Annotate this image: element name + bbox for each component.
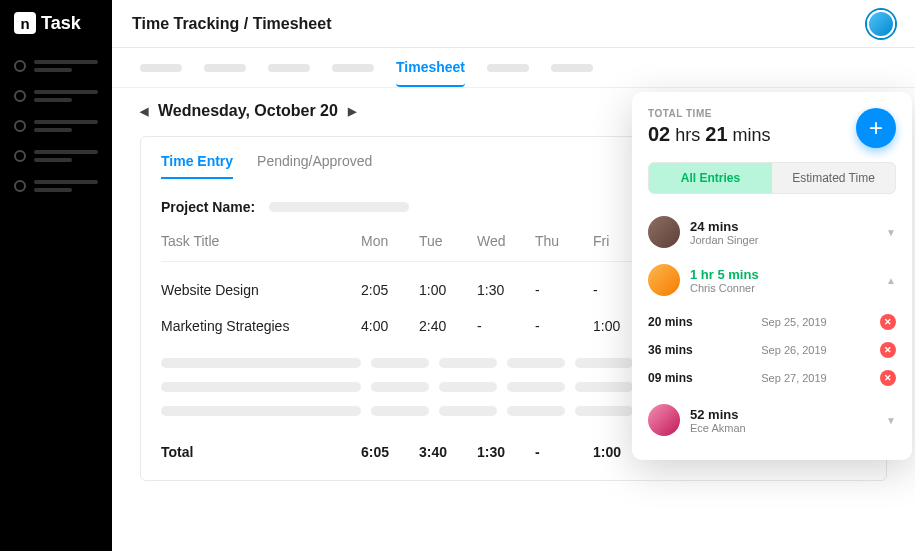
person-avatar bbox=[648, 404, 680, 436]
user-avatar[interactable] bbox=[867, 10, 895, 38]
cell[interactable]: - bbox=[477, 312, 535, 340]
sidebar-item[interactable] bbox=[14, 180, 98, 192]
placeholder bbox=[161, 406, 361, 416]
sidebar-item[interactable] bbox=[14, 150, 98, 162]
task-title: Marketing Strategies bbox=[161, 312, 361, 340]
placeholder bbox=[161, 382, 361, 392]
logo-icon: n bbox=[14, 12, 36, 34]
col-mon: Mon bbox=[361, 233, 419, 255]
col-thu: Thu bbox=[535, 233, 593, 255]
person-time: 52 mins bbox=[690, 407, 876, 422]
chevron-down-icon[interactable]: ▼ bbox=[886, 227, 896, 238]
current-date: Wednesday, October 20 bbox=[158, 102, 338, 120]
header: Time Tracking / Timesheet bbox=[112, 0, 915, 48]
breadcrumb-placeholder[interactable] bbox=[487, 64, 529, 72]
entry-date: Sep 27, 2019 bbox=[761, 372, 826, 384]
sidebar-item[interactable] bbox=[14, 90, 98, 102]
person-name: Chris Conner bbox=[690, 282, 876, 294]
cell[interactable]: 2:05 bbox=[361, 276, 419, 304]
entry-segment: All Entries Estimated Time bbox=[648, 162, 896, 194]
cell[interactable]: - bbox=[535, 312, 593, 340]
col-tue: Tue bbox=[419, 233, 477, 255]
time-entry-row: 09 mins Sep 27, 2019 ✕ bbox=[648, 364, 896, 392]
totals-mon: 6:05 bbox=[361, 444, 419, 460]
cell[interactable]: 4:00 bbox=[361, 312, 419, 340]
col-task: Task Title bbox=[161, 233, 361, 255]
page-title: Time Tracking / Timesheet bbox=[132, 15, 332, 33]
cell[interactable]: - bbox=[535, 276, 593, 304]
sidebar: n Task bbox=[0, 0, 112, 551]
person-row[interactable]: 24 mins Jordan Singer ▼ bbox=[648, 208, 896, 256]
add-entry-button[interactable]: + bbox=[856, 108, 896, 148]
cell[interactable]: 1:30 bbox=[477, 276, 535, 304]
breadcrumb-placeholder[interactable] bbox=[204, 64, 246, 72]
person-avatar bbox=[648, 216, 680, 248]
totals-wed: 1:30 bbox=[477, 444, 535, 460]
entry-time: 20 mins bbox=[648, 315, 708, 329]
person-entries: 20 mins Sep 25, 2019 ✕ 36 mins Sep 26, 2… bbox=[648, 304, 896, 396]
person-time: 1 hr 5 mins bbox=[690, 267, 876, 282]
prev-day-icon[interactable]: ◀ bbox=[140, 105, 148, 118]
entry-time: 09 mins bbox=[648, 371, 708, 385]
breadcrumb-placeholder[interactable] bbox=[332, 64, 374, 72]
breadcrumb-tabs: Timesheet bbox=[112, 48, 915, 88]
totals-thu: - bbox=[535, 444, 593, 460]
chevron-up-icon[interactable]: ▲ bbox=[886, 275, 896, 286]
seg-all-entries[interactable]: All Entries bbox=[649, 163, 772, 193]
entry-date: Sep 25, 2019 bbox=[761, 316, 826, 328]
delete-entry-icon[interactable]: ✕ bbox=[880, 342, 896, 358]
breadcrumb-placeholder[interactable] bbox=[268, 64, 310, 72]
delete-entry-icon[interactable]: ✕ bbox=[880, 314, 896, 330]
time-entry-row: 20 mins Sep 25, 2019 ✕ bbox=[648, 308, 896, 336]
total-time-label: TOTAL TIME bbox=[648, 108, 771, 119]
cell[interactable]: 2:40 bbox=[419, 312, 477, 340]
project-name-label: Project Name: bbox=[161, 199, 255, 215]
breadcrumb-placeholder[interactable] bbox=[551, 64, 593, 72]
time-entry-row: 36 mins Sep 26, 2019 ✕ bbox=[648, 336, 896, 364]
person-avatar bbox=[648, 264, 680, 296]
totals-tue: 3:40 bbox=[419, 444, 477, 460]
entry-date: Sep 26, 2019 bbox=[761, 344, 826, 356]
person-name: Jordan Singer bbox=[690, 234, 876, 246]
cell[interactable]: 1:00 bbox=[419, 276, 477, 304]
project-name-placeholder bbox=[269, 202, 409, 212]
brand-name: Task bbox=[41, 13, 81, 34]
sidebar-item[interactable] bbox=[14, 120, 98, 132]
totals-label: Total bbox=[161, 444, 361, 460]
total-time-popup: TOTAL TIME 02 hrs 21 mins + All Entries … bbox=[632, 92, 912, 460]
total-time-value: 02 hrs 21 mins bbox=[648, 123, 771, 146]
person-time: 24 mins bbox=[690, 219, 876, 234]
tab-pending-approved[interactable]: Pending/Approved bbox=[257, 153, 372, 179]
breadcrumb-placeholder[interactable] bbox=[140, 64, 182, 72]
seg-estimated[interactable]: Estimated Time bbox=[772, 163, 895, 193]
sidebar-item[interactable] bbox=[14, 60, 98, 72]
chevron-down-icon[interactable]: ▼ bbox=[886, 415, 896, 426]
entry-time: 36 mins bbox=[648, 343, 708, 357]
breadcrumb-timesheet[interactable]: Timesheet bbox=[396, 59, 465, 87]
person-name: Ece Akman bbox=[690, 422, 876, 434]
person-row[interactable]: 52 mins Ece Akman ▼ bbox=[648, 396, 896, 444]
task-title: Website Design bbox=[161, 276, 361, 304]
tab-time-entry[interactable]: Time Entry bbox=[161, 153, 233, 179]
col-wed: Wed bbox=[477, 233, 535, 255]
next-day-icon[interactable]: ▶ bbox=[348, 105, 356, 118]
delete-entry-icon[interactable]: ✕ bbox=[880, 370, 896, 386]
app-logo: n Task bbox=[14, 12, 98, 34]
person-row[interactable]: 1 hr 5 mins Chris Conner ▲ bbox=[648, 256, 896, 304]
placeholder bbox=[161, 358, 361, 368]
